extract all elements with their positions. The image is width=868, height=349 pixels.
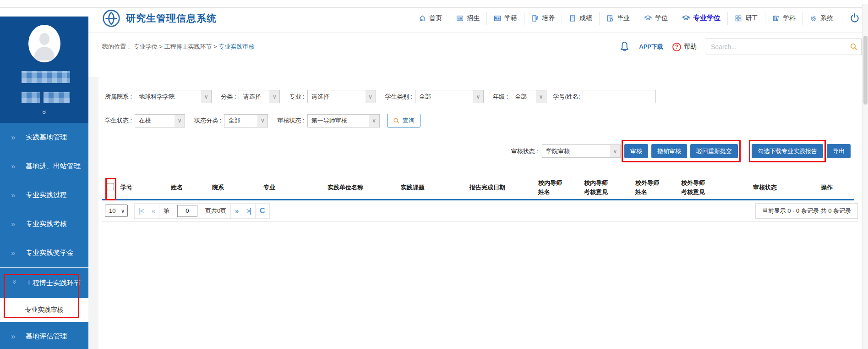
select-value: 在校: [139, 116, 151, 125]
chevron-right-icon: »: [11, 332, 18, 341]
page-size-select[interactable]: 10 ∨: [105, 205, 128, 217]
filter-label: 学号/姓名:: [553, 93, 580, 101]
power-icon: [850, 12, 860, 22]
tab-home[interactable]: 首页: [412, 12, 449, 25]
select-value: 全部: [515, 93, 527, 101]
avatar[interactable]: [28, 25, 60, 62]
tab-graduate-work[interactable]: 研工: [727, 12, 765, 25]
sidebar-item-label: 专业实践奖学金: [26, 249, 74, 257]
page-number-input[interactable]: [177, 205, 197, 217]
cancel-audit-button[interactable]: 撤销审核: [651, 144, 687, 158]
tab-professional-degree[interactable]: 专业学位: [675, 12, 727, 25]
sidebar-item-label: 专业实践考核: [26, 220, 67, 228]
query-button[interactable]: 查询: [387, 114, 420, 127]
sidebar-item-base-evaluation[interactable]: » 基地评估管理: [0, 322, 88, 349]
sidebar-group-engineering-doctor: » 工程博士实践环节 专业实践审核: [0, 267, 88, 322]
search-input[interactable]: [706, 39, 862, 55]
reject-resubmit-button[interactable]: 驳回重新提交: [690, 144, 738, 158]
department-select[interactable]: 地球科学学院 ∨: [135, 90, 212, 103]
search-icon[interactable]: [850, 43, 858, 51]
notification-bell-icon[interactable]: [619, 41, 630, 53]
filter-label: 学生类别 :: [385, 93, 412, 101]
sidebar-item-practice-scholarship[interactable]: » 专业实践奖学金: [0, 238, 88, 267]
university-logo-icon: [102, 9, 120, 28]
major-select[interactable]: 请选择 ∨: [307, 90, 376, 103]
brand: 研究生管理信息系统: [102, 9, 217, 28]
sidebar-subitem-practice-audit[interactable]: 专业实践审核: [0, 298, 88, 322]
last-page-button[interactable]: >|: [242, 204, 255, 218]
search-icon: [393, 117, 400, 124]
tab-degree[interactable]: 学位: [637, 12, 675, 25]
status-category-select[interactable]: 全部 ∨: [224, 114, 268, 127]
user-profile-block: »: [0, 17, 88, 123]
audit-status-label: 审核状态 :: [511, 147, 538, 155]
graduation-cap-icon: [644, 14, 652, 22]
select-all-checkbox[interactable]: [107, 183, 114, 190]
pager-controls: |< « 第 页共0页 » >| C: [134, 203, 270, 219]
select-value: 10: [109, 207, 115, 214]
download-practice-report-button[interactable]: 勾选下载专业实践报告: [752, 144, 823, 158]
nav-label: 成绩: [579, 14, 592, 22]
gear-icon: [810, 15, 817, 22]
next-page-button[interactable]: »: [231, 204, 242, 218]
audit-status-select[interactable]: 学院审核 ∨: [542, 144, 621, 158]
chevron-down-icon: ∨: [175, 115, 185, 127]
document-seal-icon: [606, 15, 614, 22]
category-select[interactable]: 请选择 ∨: [239, 90, 280, 103]
audit-button[interactable]: 审核: [624, 144, 648, 158]
select-value: 第一导师审核: [311, 116, 347, 125]
grade-select[interactable]: 全部 ∨: [511, 90, 546, 103]
nav-label: 系统: [820, 14, 833, 22]
tab-cultivation[interactable]: 培养: [524, 12, 562, 25]
sidebar-item-practice-assessment[interactable]: » 专业实践考核: [0, 210, 88, 238]
vertical-scrollbar[interactable]: [862, 4, 868, 349]
tab-admissions[interactable]: 招生: [449, 12, 486, 25]
app-download-link[interactable]: APP下载: [639, 43, 663, 51]
top-header: 研究生管理信息系统 首页 招生 学籍 培养: [88, 4, 868, 33]
profile-expand-chevron-icon[interactable]: »: [0, 107, 88, 116]
first-page-button[interactable]: |<: [135, 204, 147, 218]
nav-label: 招生: [467, 14, 480, 22]
chevron-right-icon: »: [11, 191, 18, 200]
breadcrumb-current: 专业实践审核: [218, 43, 254, 50]
help-label: 帮助: [684, 43, 697, 51]
tab-student-status[interactable]: 学籍: [486, 12, 524, 25]
global-search: [706, 39, 862, 55]
chevron-right-icon: »: [11, 133, 18, 142]
refresh-icon[interactable]: C: [256, 204, 269, 218]
sidebar-item-label: 基地评估管理: [26, 332, 67, 341]
select-value: 学院审核: [546, 147, 570, 155]
document-icon: [569, 15, 576, 22]
sidebar-item-engineering-doctor-practice[interactable]: » 工程博士实践环节: [0, 267, 88, 298]
tab-system[interactable]: 系统: [802, 12, 840, 25]
column-header: 学号: [119, 176, 169, 200]
sidebar-item-practice-process[interactable]: » 专业实践过程: [0, 181, 88, 210]
student-id-name-input[interactable]: [583, 90, 656, 103]
student-status-select[interactable]: 在校 ∨: [135, 114, 185, 127]
breadcrumb-bar: 我的位置： 专业学位 > 工程博士实践环节 > 专业实践审核 APP下载 ? 帮…: [88, 33, 868, 61]
page-label-suffix: 页共0页: [201, 204, 230, 218]
help-link[interactable]: ? 帮助: [672, 43, 697, 51]
nav-label: 学籍: [504, 14, 517, 22]
audit-status-filter-select[interactable]: 第一导师审核 ∨: [307, 114, 380, 127]
chevron-right-icon: »: [11, 249, 18, 258]
tab-grades[interactable]: 成绩: [562, 12, 599, 25]
nav-label: 首页: [429, 14, 442, 22]
logout-button[interactable]: [842, 12, 860, 24]
tab-discipline[interactable]: 学科: [765, 12, 802, 25]
scrollbar-thumb[interactable]: [863, 36, 868, 105]
chevron-down-icon: ∨: [610, 145, 620, 157]
student-type-select[interactable]: 全部 ∨: [415, 90, 484, 103]
chevron-down-icon: ∨: [473, 90, 483, 103]
tab-graduation[interactable]: 毕业: [599, 12, 637, 25]
top-navigation: 首页 招生 学籍 培养 成绩: [412, 12, 860, 25]
sidebar: » » 实践基地管理 » 基地进、出站管理 » 专业实践过程 » 专业实践考核 …: [0, 17, 88, 349]
prev-page-button[interactable]: «: [147, 204, 159, 218]
column-header: 校外导师 姓名: [633, 176, 679, 200]
sidebar-item-base-inout[interactable]: » 基地进、出站管理: [0, 152, 88, 181]
export-button[interactable]: 导出: [827, 144, 851, 158]
pagination-bar: 10 ∨ |< « 第 页共0页 » >| C: [102, 200, 858, 222]
column-header: 实践单位名称: [326, 176, 399, 200]
sidebar-item-practice-base[interactable]: » 实践基地管理: [0, 123, 88, 152]
nav-label: 学位: [655, 14, 668, 22]
